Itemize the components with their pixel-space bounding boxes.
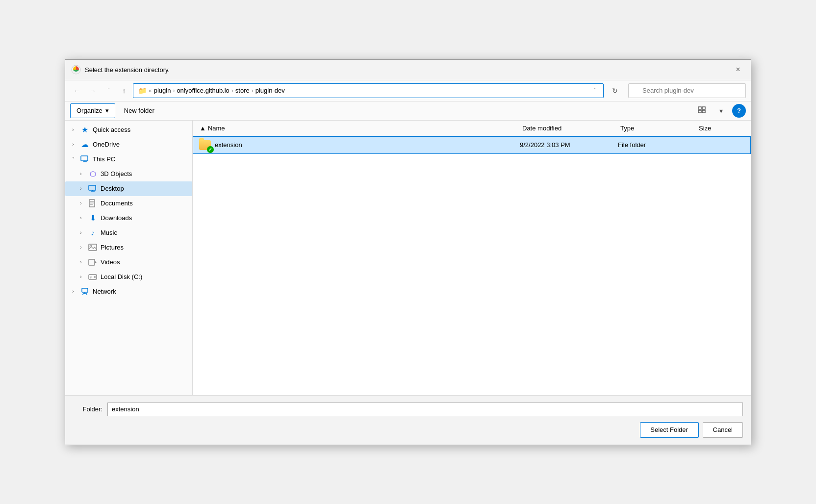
pc-icon	[80, 154, 90, 164]
sidebar-label-pictures: Pictures	[101, 244, 124, 251]
path-segment-3[interactable]: plugin-dev	[255, 87, 285, 94]
sidebar-label-videos: Videos	[101, 258, 120, 266]
svg-rect-9	[89, 185, 96, 190]
music-icon: ♪	[88, 228, 98, 238]
sidebar-item-documents[interactable]: › Documents	[65, 196, 192, 211]
select-folder-button[interactable]: Select Folder	[640, 422, 699, 438]
sidebar-item-network[interactable]: › Network	[65, 284, 192, 299]
view-toggle-button[interactable]	[695, 103, 710, 118]
folder-input[interactable]	[107, 403, 743, 416]
path-separator-2: ›	[231, 87, 233, 94]
svg-rect-3	[702, 107, 705, 109]
search-container: 🔍	[628, 83, 746, 98]
organize-arrow: ▾	[105, 107, 109, 114]
sidebar-item-videos[interactable]: › Videos	[65, 255, 192, 270]
path-separator-0: «	[149, 87, 152, 94]
file-dialog: Select the extension directory. × ← → ˅ …	[65, 59, 751, 445]
local-disk-chevron: ›	[77, 274, 85, 279]
cloud-icon: ☁	[80, 140, 90, 150]
sidebar-item-pictures[interactable]: › Pictures	[65, 240, 192, 255]
file-type: File folder	[618, 141, 696, 149]
path-separator-1: ›	[173, 87, 175, 94]
back-button[interactable]: ←	[70, 84, 84, 98]
col-header-size[interactable]: Size	[697, 125, 746, 132]
close-button[interactable]: ×	[731, 63, 745, 76]
sidebar-item-music[interactable]: › ♪ Music	[65, 226, 192, 240]
button-row: Select Folder Cancel	[73, 422, 743, 438]
desktop-chevron: ›	[77, 186, 85, 191]
help-button[interactable]: ?	[732, 104, 746, 118]
path-folder-icon: 📁	[138, 87, 147, 95]
table-row[interactable]: ✓ extension 9/2/2022 3:03 PM File folder	[193, 136, 751, 154]
downloads-chevron: ›	[77, 215, 85, 221]
network-chevron: ›	[69, 289, 77, 294]
sidebar-item-local-disk[interactable]: › Local Disk (C:)	[65, 270, 192, 284]
pictures-chevron: ›	[77, 245, 85, 250]
dropdown-recent-button[interactable]: ˅	[102, 84, 115, 98]
onedrive-chevron: ›	[69, 142, 77, 147]
col-header-type[interactable]: Type	[618, 125, 697, 132]
search-input[interactable]	[628, 83, 746, 98]
col-header-name[interactable]: ▲ Name	[198, 125, 520, 132]
sidebar-label-downloads: Downloads	[101, 214, 132, 222]
folder-label: Folder:	[73, 405, 102, 413]
path-segment-1[interactable]: onlyoffice.github.io	[177, 87, 229, 94]
chrome-icon	[71, 65, 81, 75]
svg-rect-2	[698, 107, 701, 109]
view-dropdown-button[interactable]: ▾	[714, 103, 728, 118]
path-dropdown-button[interactable]: ˅	[591, 86, 598, 95]
col-header-date[interactable]: Date modified	[520, 125, 618, 132]
folder-check-badge: ✓	[207, 146, 214, 153]
sidebar-item-3d-objects[interactable]: › ⬡ 3D Objects	[65, 167, 192, 181]
file-date: 9/2/2022 3:03 PM	[520, 141, 618, 149]
network-icon	[80, 287, 90, 297]
cancel-button[interactable]: Cancel	[703, 422, 743, 438]
toolbar: Organize ▾ New folder ▾ ?	[65, 101, 751, 121]
svg-rect-5	[702, 110, 705, 113]
sidebar-item-this-pc[interactable]: ˅ This PC	[65, 152, 192, 167]
documents-chevron: ›	[77, 201, 85, 206]
path-segment-2[interactable]: store	[235, 87, 250, 94]
sidebar-item-desktop[interactable]: › Desktop	[65, 181, 192, 196]
sidebar-label-local-disk: Local Disk (C:)	[101, 273, 142, 280]
videos-icon	[88, 257, 98, 267]
folder-icon: ✓	[198, 138, 212, 152]
sidebar-label-documents: Documents	[101, 200, 133, 207]
refresh-button[interactable]: ↻	[608, 83, 622, 98]
sort-arrow: ▲	[200, 125, 206, 132]
file-list-header: ▲ Name Date modified Type Size	[193, 121, 751, 136]
file-name: extension	[212, 141, 520, 149]
svg-marker-19	[95, 261, 97, 264]
3d-objects-chevron: ›	[77, 171, 85, 176]
sidebar-label-network: Network	[93, 288, 116, 295]
organize-button[interactable]: Organize ▾	[70, 103, 115, 118]
quick-access-chevron: ›	[69, 127, 77, 132]
col-date-label: Date modified	[522, 125, 561, 132]
forward-button[interactable]: →	[86, 84, 100, 98]
sidebar-item-downloads[interactable]: › ⬇ Downloads	[65, 211, 192, 226]
col-name-label: Name	[208, 125, 225, 132]
sidebar-label-3d-objects: 3D Objects	[101, 170, 132, 177]
address-bar[interactable]: 📁 « plugin › onlyoffice.github.io › stor…	[133, 83, 604, 98]
up-button[interactable]: ↑	[117, 84, 131, 98]
videos-chevron: ›	[77, 259, 85, 265]
desktop-icon	[88, 184, 98, 194]
svg-rect-24	[82, 288, 88, 292]
new-folder-button[interactable]: New folder	[119, 103, 159, 118]
svg-rect-4	[698, 110, 701, 113]
sidebar: › ★ Quick access › ☁ OneDrive ˅	[65, 121, 193, 395]
svg-rect-16	[89, 244, 97, 251]
star-icon: ★	[80, 125, 90, 135]
downloads-icon: ⬇	[88, 213, 98, 223]
view-grid-icon	[698, 106, 707, 115]
sidebar-item-onedrive[interactable]: › ☁ OneDrive	[65, 137, 192, 152]
organize-label: Organize	[76, 107, 102, 114]
local-disk-icon	[88, 272, 98, 282]
nav-bar: ← → ˅ ↑ 📁 « plugin › onlyoffice.github.i…	[65, 80, 751, 101]
sidebar-item-quick-access[interactable]: › ★ Quick access	[65, 123, 192, 137]
documents-icon	[88, 199, 98, 208]
pictures-icon	[88, 243, 98, 252]
svg-rect-18	[89, 259, 95, 265]
path-segment-0[interactable]: plugin	[154, 87, 171, 94]
file-list: ▲ Name Date modified Type Size ✓	[193, 121, 751, 395]
